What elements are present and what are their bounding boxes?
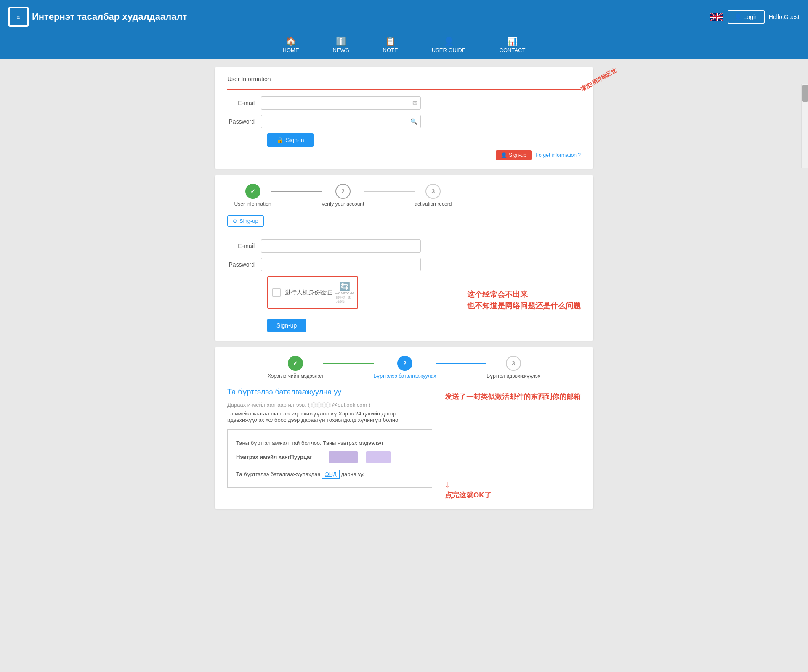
signup-password-input[interactable] bbox=[261, 258, 421, 271]
email-input-wrapper: ✉ bbox=[261, 96, 421, 110]
nav-user-guide-label: USER GUIDE bbox=[432, 47, 466, 53]
scrollbar-thumb[interactable] bbox=[802, 85, 808, 102]
verify-step-3: 3 Бүртгэл идэвхижүүлэх bbox=[486, 356, 540, 379]
end-link[interactable]: ЭНД bbox=[322, 470, 340, 479]
password-input-wrapper: 🔍 bbox=[261, 115, 421, 128]
signin-row: 🔒 Sign-in bbox=[227, 133, 581, 147]
hello-text: Hello,Guest bbox=[769, 13, 800, 20]
login-section-title: User Information bbox=[227, 76, 581, 82]
step-line-2 bbox=[364, 191, 415, 192]
signup-password-input-wrapper bbox=[261, 258, 421, 271]
header-title: Интернэт тасалбар худалдаалалт bbox=[32, 11, 187, 22]
login-section: User Information E-mail ✉ Password 🔍 🔒 bbox=[215, 67, 593, 169]
captcha-section: 进行人机身份验证 🔄 reCAPTCHA 隐私权 · 使用条款 bbox=[227, 276, 459, 309]
nav-note[interactable]: 📋 NOTE bbox=[379, 34, 402, 56]
verify-section: ✓ Хэрэглэгчийн мэдээлэл 2 Бүртгэлээ бата… bbox=[215, 347, 593, 509]
step-2: 2 verify your account bbox=[322, 184, 364, 207]
note-icon: 📋 bbox=[385, 36, 396, 46]
signup-email-group: E-mail bbox=[227, 239, 459, 253]
nav-contact[interactable]: 📊 CONTACT bbox=[495, 34, 530, 56]
email-body2: Та бүртгэлээ баталгаажуулахдаа ЭНД дарна… bbox=[236, 469, 423, 479]
verify-steps: ✓ Хэрэглэгчийн мэдээлэл 2 Бүртгэлээ бата… bbox=[227, 356, 581, 379]
circle-icon: ⊙ bbox=[233, 218, 237, 224]
signup-email-input-wrapper bbox=[261, 239, 421, 253]
captcha-checkbox[interactable] bbox=[272, 288, 281, 297]
verify-step-2: 2 Бүртгэлээ баталгаажуулах bbox=[374, 356, 436, 379]
step-3-label: activation record bbox=[415, 201, 452, 207]
password-input[interactable] bbox=[261, 115, 421, 128]
header-logo: 马 Интернэт тасалбар худалдаалалт bbox=[8, 7, 187, 27]
login-button[interactable]: 👤 Login bbox=[728, 10, 765, 24]
captcha-annotation-text: 这个经常会不出来 也不知道是网络问题还是什么问题 bbox=[467, 289, 581, 312]
content: User Information E-mail ✉ Password 🔍 🔒 bbox=[0, 59, 808, 524]
contact-icon: 📊 bbox=[507, 36, 518, 46]
verify-annotation-email: 发送了一封类似激活邮件的东西到你的邮箱 bbox=[445, 392, 581, 402]
verify-step-1-circle: ✓ bbox=[288, 356, 303, 371]
signup-email-label: E-mail bbox=[227, 243, 261, 249]
signup-password-group: Password bbox=[227, 258, 459, 271]
recaptcha-links: 隐私权 · 使用条款 bbox=[336, 295, 353, 304]
password-icon: 🔍 bbox=[410, 118, 417, 125]
nav-news-label: NEWS bbox=[333, 47, 349, 53]
header-right: 👤 Login Hello,Guest bbox=[710, 10, 800, 24]
forget-link[interactable]: Forget information ? bbox=[536, 152, 581, 158]
svg-rect-10 bbox=[716, 13, 717, 21]
nav-news[interactable]: ℹ️ NEWS bbox=[329, 34, 354, 56]
email-input[interactable] bbox=[261, 96, 421, 110]
nav-home[interactable]: 🏠 HOME bbox=[279, 34, 303, 56]
step-2-label: verify your account bbox=[322, 201, 364, 207]
email-blurred: ░░░░░ bbox=[311, 402, 330, 408]
verify-step-1: ✓ Хэрэглэгчийн мэдээлэл bbox=[268, 356, 323, 379]
verify-annotation-end-text: 点完这就OK了 bbox=[445, 490, 492, 501]
verify-annotations: 发送了一封类似激活邮件的东西到你的邮箱 ↓ 点完这就OK了 bbox=[445, 392, 581, 500]
lock-icon: 🔒 bbox=[276, 137, 284, 143]
sing-up-badge-wrapper: ⊙ Sing-up bbox=[227, 215, 459, 233]
captcha-annotation: 这个经常会不出来 也不知道是网络问题还是什么问题 bbox=[467, 289, 581, 312]
email-icon: ✉ bbox=[412, 100, 417, 106]
nav-contact-label: CONTACT bbox=[500, 47, 526, 53]
person-icon: 👤 bbox=[734, 13, 742, 20]
signup-link-button[interactable]: 👤 Sign-up bbox=[496, 150, 531, 160]
rotated-annotation-text: 请按!用详细区这 bbox=[579, 66, 618, 93]
annotation-rotated: 请按!用详细区这 bbox=[570, 76, 619, 84]
blurred-value-2 bbox=[366, 451, 391, 463]
header: 马 Интернэт тасалбар худалдаалалт 👤 Login bbox=[0, 0, 808, 34]
signup-form-content: ✓ User information 2 verify your account… bbox=[227, 184, 459, 332]
password-group: Password 🔍 bbox=[227, 115, 581, 128]
verify-text2: Та имейл хаагаа шалгаж идэвхижүүлнэ үү.Х… bbox=[227, 410, 432, 423]
header-left: 马 Интернэт тасалбар худалдаалалт bbox=[8, 7, 187, 27]
scrollbar[interactable] bbox=[801, 84, 808, 168]
sign-in-button[interactable]: 🔒 Sign-in bbox=[267, 133, 314, 147]
captcha-logo: 🔄 reCAPTCHA 隐私权 · 使用条款 bbox=[336, 281, 353, 304]
recaptcha-icon: 🔄 bbox=[340, 281, 350, 291]
user-guide-icon: 👤 bbox=[444, 36, 454, 46]
step-1-circle: ✓ bbox=[245, 184, 260, 199]
email-box: Таны бүртгэл амжилттай боллоо. Таны нэвт… bbox=[227, 429, 432, 488]
step-1-label: User information bbox=[234, 201, 271, 207]
signup-password-label: Password bbox=[227, 261, 261, 268]
verify-step-3-label: Бүртгэл идэвхижүүлэх bbox=[486, 373, 540, 379]
verify-text1: Дараах и-мейл хаягаар илгээв. ( ░░░░░ @o… bbox=[227, 402, 432, 408]
sing-up-badge: ⊙ Sing-up bbox=[227, 215, 264, 227]
verify-step-2-label: Бүртгэлээ баталгаажуулах bbox=[374, 373, 436, 379]
steps-container: ✓ User information 2 verify your account… bbox=[227, 184, 459, 207]
signup-section: ✓ User information 2 verify your account… bbox=[215, 175, 593, 341]
verify-step-1-label: Хэрэглэгчийн мэдээлэл bbox=[268, 373, 323, 379]
verify-step-line-2 bbox=[436, 363, 486, 364]
password-label: Password bbox=[227, 118, 261, 125]
verify-step-2-circle: 2 bbox=[397, 356, 412, 371]
blurred-value-1 bbox=[329, 451, 358, 463]
home-icon: 🏠 bbox=[286, 36, 296, 46]
navigation: 🏠 HOME ℹ️ NEWS 📋 NOTE 👤 USER GUIDE 📊 CON… bbox=[0, 34, 808, 59]
email-group: E-mail ✉ bbox=[227, 96, 581, 110]
nav-note-label: NOTE bbox=[383, 47, 398, 53]
verify-content-wrapper: Та бүртгэлээ баталгаажуулна уу. Дараах и… bbox=[227, 387, 581, 500]
step-3: 3 activation record bbox=[415, 184, 452, 207]
signup-email-input[interactable] bbox=[261, 239, 421, 253]
signup-button[interactable]: Sign-up bbox=[267, 319, 306, 332]
recaptcha-text: reCAPTCHA bbox=[335, 291, 354, 295]
nav-home-label: HOME bbox=[283, 47, 299, 53]
nav-user-guide[interactable]: 👤 USER GUIDE bbox=[428, 34, 470, 56]
news-icon: ℹ️ bbox=[336, 36, 346, 46]
captcha-wrapper: 进行人机身份验证 🔄 reCAPTCHA 隐私权 · 使用条款 bbox=[267, 276, 358, 309]
